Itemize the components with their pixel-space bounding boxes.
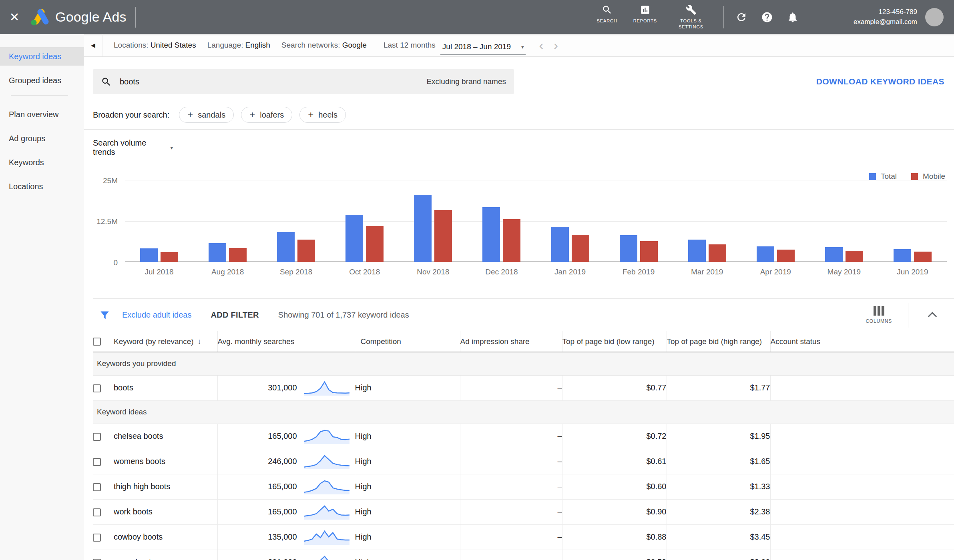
search-networks-setting[interactable]: Search networks:Google <box>281 41 367 50</box>
collapse-panel-button[interactable]: ◀ <box>84 34 102 56</box>
search-trend-sparkline <box>303 528 351 546</box>
sidebar-item-ad-groups[interactable]: Ad groups <box>0 129 84 148</box>
results-count: Showing 701 of 1,737 keyword ideas <box>278 310 409 320</box>
cell-avg-monthly-searches: 201,000 <box>217 550 355 560</box>
language-setting[interactable]: Language:English <box>207 41 270 50</box>
collapse-chart-button[interactable] <box>924 307 940 323</box>
table-section-row: Keyword ideas <box>93 400 954 424</box>
row-checkbox[interactable] <box>93 483 101 491</box>
y-axis-tick: 25M <box>93 176 118 185</box>
avg-searches-value: 135,000 <box>268 532 297 542</box>
cell-competition: High <box>355 499 460 524</box>
select-all-checkbox[interactable] <box>93 338 101 346</box>
bar-mobile <box>777 250 795 262</box>
row-checkbox[interactable] <box>93 534 101 542</box>
broaden-chip-sandals[interactable]: +sandals <box>179 107 234 123</box>
next-period-button[interactable]: › <box>554 39 558 52</box>
bar-group <box>193 180 262 262</box>
bar-total <box>620 235 637 262</box>
refresh-button[interactable] <box>735 11 747 23</box>
columns-button[interactable]: COLUMNS <box>866 306 892 324</box>
topbar-tools-settings-button[interactable]: TOOLS & SETTINGS <box>673 4 709 30</box>
row-checkbox[interactable] <box>93 458 101 466</box>
keyword-table-body: Keywords you providedboots301,000High–$0… <box>93 352 954 560</box>
row-checkbox[interactable] <box>93 384 101 392</box>
date-range-selector[interactable]: Jul 2018 – Jun 2019 ▾ <box>440 38 526 55</box>
close-icon[interactable]: ✕ <box>0 0 29 34</box>
brand-filter-note[interactable]: Excluding brand names <box>426 77 506 86</box>
chart-legend: Total Mobile <box>869 172 945 181</box>
results-toolbar: Exclude adult ideas ADD FILTER Showing 7… <box>93 298 954 331</box>
avatar[interactable] <box>925 8 944 26</box>
sidebar-item-plan-overview[interactable]: Plan overview <box>0 105 84 124</box>
x-axis-label: May 2019 <box>810 268 878 276</box>
row-checkbox[interactable] <box>93 508 101 516</box>
legend-item-mobile: Mobile <box>911 172 945 181</box>
chip-label: loafers <box>260 110 284 120</box>
previous-period-button[interactable]: ‹ <box>539 39 544 52</box>
cell-avg-monthly-searches: 301,000 <box>217 375 355 400</box>
row-checkbox[interactable] <box>93 433 101 441</box>
bar-group <box>399 180 467 262</box>
broaden-chip-heels[interactable]: +heels <box>299 107 346 123</box>
exclude-adult-ideas-link[interactable]: Exclude adult ideas <box>122 310 191 320</box>
search-query: boots <box>120 77 139 86</box>
bar-group <box>741 180 810 262</box>
y-axis-tick: 0 <box>93 258 118 267</box>
topbar-search-button[interactable]: SEARCH <box>597 4 617 24</box>
sidebar-item-keyword-ideas[interactable]: Keyword ideas <box>0 47 84 66</box>
search-icon <box>101 76 112 87</box>
cell-keyword: womens boots <box>114 449 217 474</box>
column-header-account-status[interactable]: Account status <box>770 331 954 352</box>
cell-account-status <box>770 474 954 499</box>
legend-swatch <box>911 173 918 180</box>
topbar-reports-button[interactable]: REPORTS <box>633 4 657 24</box>
bar-mobile <box>572 235 589 262</box>
add-filter-button[interactable]: ADD FILTER <box>211 310 259 320</box>
topbar-tools-settings-label: TOOLS & SETTINGS <box>673 18 709 30</box>
column-header-top-bid-low[interactable]: Top of page bid (low range) <box>562 331 667 352</box>
keyword-search-input[interactable]: boots Excluding brand names <box>93 69 514 94</box>
plus-icon: + <box>249 109 255 120</box>
avg-searches-value: 201,000 <box>268 558 297 560</box>
column-header-label: Keyword (by relevance) <box>114 337 194 346</box>
locations-value: United States <box>151 41 196 49</box>
bar-total <box>414 195 432 262</box>
cell-ad-impression-share: – <box>460 524 562 550</box>
locations-setting[interactable]: Locations:United States <box>114 41 196 50</box>
cell-keyword: mens boots <box>114 550 217 560</box>
column-header-avg-monthly-searches[interactable]: Avg. monthly searches <box>217 331 355 352</box>
cell-account-status <box>770 499 954 524</box>
broaden-chip-loafers[interactable]: +loafers <box>241 107 292 123</box>
cell-top-bid-low: $0.59 <box>562 550 667 560</box>
cell-checkbox <box>93 550 114 560</box>
bar-total <box>551 227 569 262</box>
column-header-top-bid-high[interactable]: Top of page bid (high range) <box>667 331 770 352</box>
column-header-ad-impression-share[interactable]: Ad impression share <box>460 331 562 352</box>
sidebar-item-locations[interactable]: Locations <box>0 177 84 196</box>
cell-checkbox <box>93 449 114 474</box>
notifications-button[interactable] <box>787 11 799 23</box>
cell-keyword: work boots <box>114 499 217 524</box>
cell-ad-impression-share: – <box>460 449 562 474</box>
cell-keyword: cowboy boots <box>114 524 217 550</box>
cell-top-bid-low: $0.72 <box>562 424 667 449</box>
topbar-search-label: SEARCH <box>597 18 617 24</box>
bar-group <box>810 180 878 262</box>
x-axis-label: Jun 2019 <box>878 268 947 276</box>
sidebar-item-grouped-ideas[interactable]: Grouped ideas <box>0 71 84 90</box>
chart-plot <box>125 180 947 262</box>
help-button[interactable] <box>761 11 773 23</box>
cell-checkbox <box>93 375 114 400</box>
back-arrow-icon: ◀ <box>91 42 95 48</box>
chart-type-selector[interactable]: Search volume trends ▾ <box>93 138 173 163</box>
plus-icon: + <box>187 109 193 120</box>
cell-avg-monthly-searches: 165,000 <box>217 424 355 449</box>
download-keyword-ideas-button[interactable]: DOWNLOAD KEYWORD IDEAS <box>816 77 944 86</box>
toolbar-divider <box>908 303 908 328</box>
sidebar-item-keywords[interactable]: Keywords <box>0 153 84 172</box>
column-header-competition[interactable]: Competition <box>355 331 460 352</box>
x-axis-label: Aug 2018 <box>193 268 262 276</box>
column-header-keyword[interactable]: Keyword (by relevance)↓ <box>114 331 217 352</box>
keyword-row: thigh high boots165,000High–$0.60$1.33 <box>93 474 954 499</box>
